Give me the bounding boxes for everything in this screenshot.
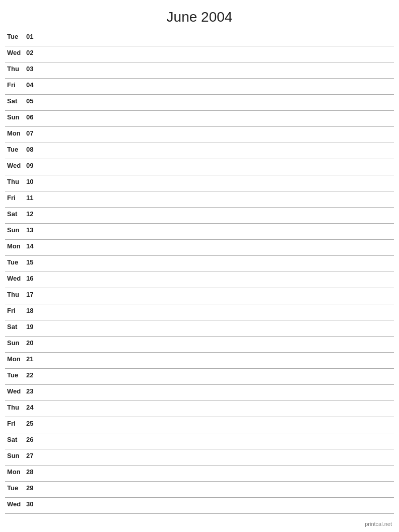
day-number: 08	[26, 146, 41, 153]
day-row: Mon07	[5, 127, 394, 143]
day-row: Mon14	[5, 240, 394, 256]
day-name: Sat	[5, 210, 26, 218]
day-number: 14	[26, 242, 41, 250]
day-number: 24	[26, 404, 41, 411]
day-name: Thu	[5, 178, 26, 185]
day-row: Mon28	[5, 466, 394, 482]
day-name: Wed	[5, 162, 26, 169]
day-row: Tue15	[5, 256, 394, 272]
day-name: Wed	[5, 49, 26, 56]
day-row: Tue22	[5, 369, 394, 385]
day-name: Fri	[5, 307, 26, 314]
day-number: 22	[26, 371, 41, 379]
day-row: Sun06	[5, 111, 394, 127]
day-row: Sat19	[5, 320, 394, 337]
day-name: Mon	[5, 129, 26, 137]
day-name: Fri	[5, 81, 26, 89]
day-row: Fri25	[5, 417, 394, 433]
calendar-list: Tue01Wed02Thu03Fri04Sat05Sun06Mon07Tue08…	[0, 30, 399, 514]
day-name: Sat	[5, 323, 26, 330]
day-row: Sun27	[5, 449, 394, 466]
day-number: 17	[26, 291, 41, 298]
day-name: Wed	[5, 500, 26, 508]
day-number: 20	[26, 339, 41, 347]
day-number: 01	[26, 33, 41, 40]
day-row: Fri11	[5, 191, 394, 208]
day-number: 13	[26, 226, 41, 234]
day-row: Fri04	[5, 79, 394, 95]
day-number: 02	[26, 49, 41, 56]
day-name: Tue	[5, 484, 26, 492]
day-number: 11	[26, 194, 41, 202]
day-name: Wed	[5, 275, 26, 282]
day-name: Mon	[5, 468, 26, 476]
day-row: Wed23	[5, 385, 394, 401]
day-number: 25	[26, 420, 41, 427]
day-row: Thu03	[5, 62, 394, 79]
day-row: Tue01	[5, 30, 394, 46]
day-number: 26	[26, 436, 41, 443]
day-name: Sun	[5, 113, 26, 121]
day-row: Sun13	[5, 224, 394, 240]
day-row: Tue08	[5, 143, 394, 159]
day-name: Thu	[5, 404, 26, 411]
day-number: 19	[26, 323, 41, 330]
day-name: Sun	[5, 339, 26, 347]
day-number: 15	[26, 258, 41, 266]
day-name: Fri	[5, 194, 26, 202]
day-name: Thu	[5, 291, 26, 298]
day-name: Tue	[5, 371, 26, 379]
day-row: Sat05	[5, 95, 394, 111]
day-number: 05	[26, 97, 41, 105]
day-number: 27	[26, 452, 41, 459]
day-number: 06	[26, 113, 41, 121]
day-name: Mon	[5, 242, 26, 250]
day-row: Sat12	[5, 208, 394, 224]
day-number: 29	[26, 484, 41, 492]
day-number: 03	[26, 65, 41, 73]
day-number: 10	[26, 178, 41, 185]
day-number: 09	[26, 162, 41, 169]
day-name: Sun	[5, 226, 26, 234]
day-row: Thu17	[5, 288, 394, 304]
day-row: Fri18	[5, 304, 394, 320]
day-name: Tue	[5, 258, 26, 266]
day-row: Mon21	[5, 353, 394, 369]
day-row: Sun20	[5, 337, 394, 353]
day-number: 07	[26, 129, 41, 137]
day-name: Wed	[5, 387, 26, 395]
day-name: Mon	[5, 355, 26, 363]
day-row: Wed16	[5, 272, 394, 288]
day-number: 21	[26, 355, 41, 363]
day-number: 16	[26, 275, 41, 282]
day-name: Thu	[5, 65, 26, 73]
day-number: 30	[26, 500, 41, 508]
day-row: Wed30	[5, 498, 394, 514]
day-name: Sat	[5, 436, 26, 443]
day-name: Tue	[5, 146, 26, 153]
day-number: 18	[26, 307, 41, 314]
day-name: Fri	[5, 420, 26, 427]
day-name: Tue	[5, 33, 26, 40]
day-number: 12	[26, 210, 41, 218]
day-row: Sat26	[5, 433, 394, 449]
day-number: 23	[26, 387, 41, 395]
page-title: June 2004	[0, 0, 399, 30]
day-number: 28	[26, 468, 41, 476]
day-row: Wed09	[5, 159, 394, 175]
day-row: Thu10	[5, 175, 394, 191]
day-name: Sat	[5, 97, 26, 105]
day-number: 04	[26, 81, 41, 89]
footer-text: printcal.net	[365, 521, 392, 527]
day-row: Thu24	[5, 401, 394, 417]
day-row: Tue29	[5, 482, 394, 498]
day-name: Sun	[5, 452, 26, 459]
day-row: Wed02	[5, 46, 394, 62]
